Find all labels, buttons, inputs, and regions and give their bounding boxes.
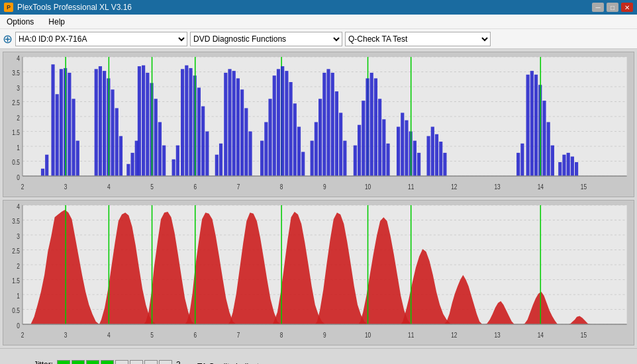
function-select[interactable]: DVD Diagnostic Functions — [190, 32, 342, 46]
svg-rect-73 — [224, 73, 227, 176]
svg-text:8: 8 — [280, 182, 283, 191]
svg-text:5: 5 — [150, 330, 154, 339]
svg-rect-92 — [297, 127, 301, 177]
svg-text:3.5: 3.5 — [12, 69, 20, 77]
svg-text:1: 1 — [17, 291, 20, 300]
svg-rect-135 — [558, 162, 562, 176]
svg-text:2: 2 — [21, 330, 24, 339]
svg-rect-130 — [547, 122, 550, 176]
svg-rect-64 — [185, 66, 188, 176]
menu-options[interactable]: Options — [3, 16, 38, 28]
svg-rect-96 — [318, 99, 322, 176]
test-select[interactable]: Q-Check TA Test — [345, 32, 491, 46]
svg-rect-45 — [99, 66, 102, 176]
svg-rect-110 — [378, 99, 381, 176]
maximize-button[interactable]: □ — [607, 3, 618, 12]
app-title: PlexTools Professional XL V3.16 — [17, 3, 132, 12]
svg-rect-50 — [119, 136, 122, 176]
svg-rect-113 — [397, 127, 400, 177]
svg-rect-78 — [244, 108, 248, 176]
title-bar-controls[interactable]: ─ □ ✕ — [592, 3, 633, 12]
svg-rect-87 — [277, 69, 280, 176]
svg-rect-127 — [534, 75, 538, 176]
svg-rect-120 — [426, 136, 430, 176]
close-button[interactable]: ✕ — [621, 3, 633, 12]
svg-rect-79 — [248, 132, 252, 177]
svg-text:3: 3 — [17, 232, 20, 240]
device-icon: ⊕ — [3, 32, 13, 46]
svg-rect-99 — [331, 73, 334, 176]
svg-rect-100 — [335, 91, 338, 176]
svg-rect-136 — [562, 155, 565, 176]
svg-text:8: 8 — [280, 330, 283, 339]
svg-rect-132 — [516, 153, 520, 176]
svg-rect-40 — [76, 141, 79, 176]
svg-rect-95 — [315, 122, 318, 176]
svg-rect-94 — [311, 141, 314, 176]
jitter-bar-4 — [101, 360, 114, 364]
svg-rect-61 — [135, 141, 138, 176]
svg-text:5: 5 — [150, 182, 154, 191]
svg-rect-67 — [197, 87, 201, 176]
svg-text:6: 6 — [193, 182, 197, 191]
svg-rect-57 — [158, 122, 162, 176]
top-chart: 4 3.5 3 2.5 2 1.5 1 0.5 0 2 3 4 5 6 7 8 … — [3, 52, 634, 197]
svg-text:7: 7 — [237, 330, 240, 339]
svg-text:11: 11 — [408, 330, 414, 339]
svg-rect-98 — [326, 69, 330, 176]
jitter-bar-8 — [159, 360, 172, 364]
title-bar-left: P PlexTools Professional XL V3.16 — [4, 3, 132, 12]
jitter-bar-5 — [115, 360, 128, 364]
svg-rect-44 — [95, 69, 98, 176]
bottom-panel: Jitter: 3 Peak Shift: — [0, 348, 637, 364]
metrics-section: Jitter: 3 Peak Shift: — [7, 360, 184, 364]
app-icon: P — [4, 3, 13, 12]
svg-rect-38 — [68, 73, 71, 176]
svg-rect-124 — [443, 153, 446, 176]
svg-text:0.5: 0.5 — [12, 158, 20, 167]
svg-text:2: 2 — [21, 182, 24, 191]
jitter-row: Jitter: 3 — [7, 360, 184, 364]
jitter-label: Jitter: — [7, 360, 53, 364]
svg-rect-89 — [285, 71, 288, 176]
jitter-value: 3 — [176, 360, 184, 364]
svg-rect-56 — [154, 99, 158, 176]
svg-rect-59 — [126, 164, 130, 176]
svg-text:6: 6 — [193, 330, 197, 339]
minimize-button[interactable]: ─ — [592, 3, 604, 12]
svg-rect-117 — [413, 141, 416, 176]
svg-text:12: 12 — [451, 182, 457, 191]
svg-rect-41 — [41, 169, 44, 176]
menu-bar: Options Help — [0, 15, 637, 29]
svg-rect-97 — [322, 73, 326, 176]
menu-help[interactable]: Help — [44, 16, 69, 28]
svg-rect-34 — [51, 64, 54, 176]
svg-rect-54 — [146, 73, 149, 176]
svg-rect-105 — [358, 125, 361, 176]
device-select[interactable]: HA:0 ID:0 PX-716A — [15, 32, 187, 46]
jitter-bar-1 — [57, 360, 70, 364]
jitter-bar-6 — [130, 360, 143, 364]
top-chart-svg: 4 3.5 3 2.5 2 1.5 1 0.5 0 2 3 4 5 6 7 8 … — [3, 52, 634, 197]
svg-rect-63 — [181, 69, 184, 176]
svg-rect-39 — [72, 99, 75, 176]
svg-rect-122 — [435, 134, 438, 176]
svg-rect-53 — [142, 66, 145, 176]
svg-rect-76 — [236, 78, 240, 176]
title-bar: P PlexTools Professional XL V3.16 ─ □ ✕ — [0, 0, 637, 15]
svg-rect-111 — [382, 119, 385, 176]
svg-text:9: 9 — [323, 330, 326, 339]
bottom-chart: 4 3.5 3 2.5 2 1.5 1 0.5 0 2 3 4 5 6 7 8 … — [3, 200, 634, 345]
jitter-bar-3 — [86, 360, 99, 364]
svg-text:0: 0 — [17, 321, 20, 330]
svg-text:1.5: 1.5 — [12, 128, 20, 137]
svg-rect-83 — [260, 141, 264, 176]
svg-rect-129 — [542, 101, 546, 176]
svg-rect-86 — [273, 75, 276, 176]
svg-text:9: 9 — [323, 182, 326, 191]
svg-rect-68 — [201, 107, 205, 176]
svg-rect-81 — [219, 144, 222, 176]
svg-text:12: 12 — [451, 330, 457, 339]
jitter-bar-7 — [144, 360, 158, 364]
svg-text:2.5: 2.5 — [12, 247, 20, 255]
